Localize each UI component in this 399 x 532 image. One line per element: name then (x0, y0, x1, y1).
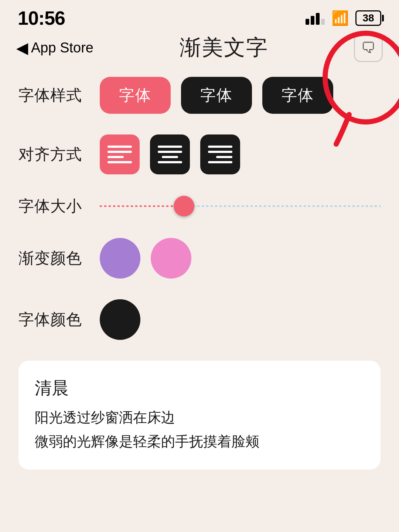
align-center-icon (158, 146, 182, 163)
font-style-row: 字体样式 字体 字体 字体 (18, 77, 381, 114)
alignment-label: 对齐方式 (18, 144, 85, 165)
font-size-slider[interactable] (100, 195, 381, 217)
wifi-icon: 📶 (331, 10, 349, 26)
font-style-controls: 字体 字体 字体 (100, 77, 333, 114)
back-button[interactable]: ◀ App Store (16, 39, 93, 57)
font-style-button-2[interactable]: 字体 (181, 77, 252, 114)
back-chevron-icon: ◀ (16, 39, 28, 57)
signal-icon (306, 11, 325, 25)
slider-track-empty (184, 205, 381, 207)
slider-track-filled (100, 205, 184, 207)
main-content: 字体样式 字体 字体 字体 对齐方式 (0, 69, 399, 477)
status-icons: 📶 38 (306, 10, 381, 26)
gradient-color-2[interactable] (151, 238, 191, 279)
feedback-button[interactable]: 🗨 (354, 33, 383, 62)
font-color-row: 字体颜色 (18, 299, 381, 340)
battery-icon: 38 (355, 10, 381, 26)
preview-title: 清晨 (35, 377, 364, 400)
feedback-icon: 🗨 (361, 40, 376, 56)
align-center-button[interactable] (150, 134, 190, 174)
status-time: 10:56 (18, 7, 65, 29)
font-color-controls (100, 299, 140, 340)
align-left-button[interactable] (100, 134, 140, 174)
font-style-label: 字体样式 (18, 85, 85, 106)
align-right-button[interactable] (200, 134, 240, 174)
font-color-label: 字体颜色 (18, 309, 85, 330)
preview-card: 清晨 阳光透过纱窗洒在床边 微弱的光辉像是轻柔的手抚摸着脸颊 (18, 361, 381, 470)
slider-track (100, 205, 381, 207)
align-left-icon (108, 146, 132, 163)
gradient-color-row: 渐变颜色 (18, 238, 381, 279)
alignment-controls (100, 134, 240, 174)
nav-bar: ◀ App Store 渐美文字 🗨 (0, 30, 399, 69)
preview-line-1: 阳光透过纱窗洒在床边 (35, 410, 175, 425)
status-bar: 10:56 📶 38 (0, 0, 399, 30)
font-style-button-3[interactable]: 字体 (262, 77, 333, 114)
gradient-color-1[interactable] (100, 238, 140, 279)
font-style-button-1[interactable]: 字体 (100, 77, 171, 114)
alignment-row: 对齐方式 (18, 134, 381, 174)
back-label: App Store (31, 40, 93, 56)
slider-thumb[interactable] (174, 196, 194, 216)
preview-text: 阳光透过纱窗洒在床边 微弱的光辉像是轻柔的手抚摸着脸颊 (35, 406, 364, 453)
font-color-circle[interactable] (100, 299, 140, 340)
align-right-icon (208, 146, 232, 163)
page-title: 渐美文字 (180, 33, 268, 62)
font-size-row: 字体大小 (18, 195, 381, 217)
gradient-color-label: 渐变颜色 (18, 248, 85, 269)
preview-line-2: 微弱的光辉像是轻柔的手抚摸着脸颊 (35, 434, 259, 449)
gradient-color-controls (100, 238, 191, 279)
font-size-label: 字体大小 (18, 196, 85, 216)
